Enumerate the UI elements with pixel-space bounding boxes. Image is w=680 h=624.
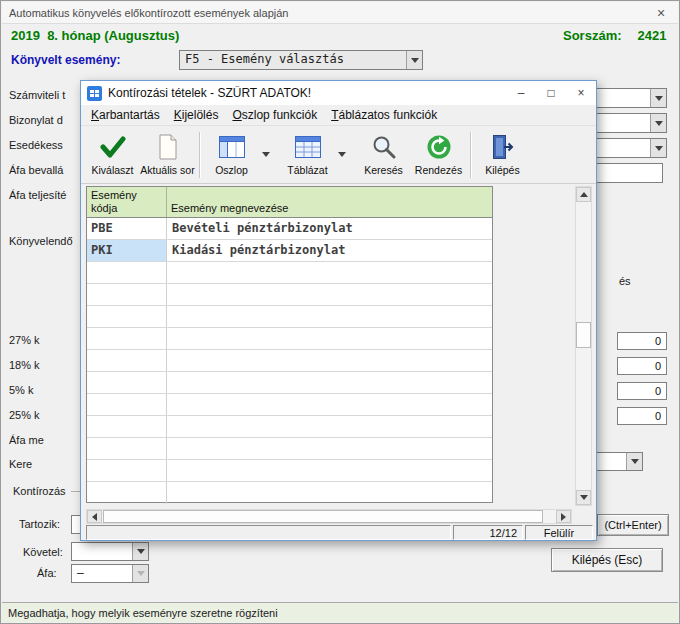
scroll-down-button[interactable]	[576, 490, 591, 505]
table-row[interactable]: PBE Bevételi pénztárbizonylat	[87, 218, 492, 240]
dialog-close-button[interactable]: ×	[566, 81, 596, 105]
toolbar-kivalaszt-button[interactable]: Kiválaszt	[85, 128, 140, 182]
chevron-down-icon	[338, 152, 346, 157]
chevron-left-icon	[92, 513, 97, 521]
toolbar-kilepes-button[interactable]: Kilépés	[475, 128, 530, 182]
event-code-cell	[87, 306, 167, 327]
event-name-cell	[167, 438, 492, 459]
scrollbar-thumb[interactable]	[576, 322, 591, 348]
form-label: Kere	[9, 458, 32, 470]
dropdown-button[interactable]	[650, 139, 666, 157]
dropdown-button[interactable]	[132, 543, 148, 560]
table-row-empty[interactable]	[87, 328, 492, 350]
vertical-scrollbar[interactable]	[575, 186, 592, 506]
table-row-empty[interactable]	[87, 394, 492, 416]
event-code-cell	[87, 372, 167, 393]
horizontal-scrollbar[interactable]	[86, 509, 572, 524]
header-event-name: Esemény megnevezése	[167, 187, 492, 217]
event-code-cell	[87, 416, 167, 437]
dialog-toolbar: Kiválaszt Aktuális sor Oszlop Táblázat	[81, 126, 596, 184]
header-line: kódja	[91, 202, 166, 215]
form-label: Könyvelendő	[9, 235, 73, 247]
table-row-empty[interactable]	[87, 350, 492, 372]
event-name-cell	[167, 328, 492, 349]
scrollbar-thumb[interactable]	[103, 510, 543, 523]
booked-event-combobox[interactable]: F5 - Esemény választás	[179, 50, 423, 70]
scroll-up-button[interactable]	[576, 187, 591, 202]
chevron-down-icon	[655, 121, 663, 126]
table-row-empty[interactable]	[87, 306, 492, 328]
oszlop-dropdown-button[interactable]	[259, 128, 272, 182]
table-row-empty[interactable]	[87, 482, 492, 504]
serial-label: Sorszám:	[563, 28, 622, 43]
chevron-up-icon	[580, 192, 588, 197]
chevron-right-icon	[561, 513, 566, 521]
tablazat-dropdown-button[interactable]	[335, 128, 348, 182]
table-row-empty[interactable]	[87, 416, 492, 438]
event-code-cell	[87, 328, 167, 349]
record-position: 12/12	[453, 525, 523, 540]
scroll-left-button[interactable]	[87, 510, 102, 523]
kovetel-combobox[interactable]	[71, 542, 149, 561]
booked-event-label: Könyvelt esemény:	[11, 53, 120, 67]
record-button[interactable]: (Ctrl+Enter)	[597, 514, 669, 536]
amount-field[interactable]: 0	[617, 357, 667, 375]
table-header: Esemény kódja Esemény megnevezése	[87, 187, 492, 218]
column-grid-icon	[219, 133, 245, 161]
toolbar-aktualis-sor-button[interactable]: Aktuális sor	[140, 128, 195, 182]
booked-event-dropdown-button[interactable]	[406, 51, 422, 69]
menu-item-oszlop-funkciok[interactable]: Oszlop funkciók	[225, 106, 324, 124]
chevron-down-icon	[655, 146, 663, 151]
toolbar-label: Kiválaszt	[91, 164, 133, 176]
toolbar-label: Rendezés	[415, 164, 462, 176]
form-label: Áfa teljesíté	[9, 189, 66, 201]
chevron-down-icon	[137, 549, 145, 554]
menu-item-tablazatos-funkciok[interactable]: Táblázatos funkciók	[324, 106, 444, 124]
overwrite-mode: Felülír	[525, 525, 593, 540]
table-row[interactable]: PKI Kiadási pénztárbizonylat	[87, 240, 492, 262]
main-close-button[interactable]: ×	[644, 2, 678, 24]
menu-item-karbantartas[interactable]: Karbantartás	[84, 106, 167, 124]
minimize-icon: –	[518, 86, 525, 100]
header-line: Esemény megnevezése	[171, 202, 288, 214]
exit-button[interactable]: Kilépés (Esc)	[551, 548, 663, 572]
refresh-icon	[426, 133, 452, 161]
dialog-window: Kontírozási tételek - SZŰRT ADATOK! – □ …	[80, 80, 597, 541]
table-row-empty[interactable]	[87, 372, 492, 394]
dropdown-button[interactable]	[650, 114, 666, 132]
maximize-button[interactable]: □	[536, 81, 566, 105]
toolbar-tablazat-button[interactable]: Táblázat	[280, 128, 335, 182]
chevron-down-icon	[655, 96, 663, 101]
event-code-cell	[87, 262, 167, 283]
event-code-cell: PBE	[87, 218, 167, 239]
scroll-right-button[interactable]	[556, 510, 571, 523]
dropdown-button[interactable]	[626, 453, 642, 470]
toolbar-divider	[470, 132, 471, 178]
event-code-cell	[87, 284, 167, 305]
table-row-empty[interactable]	[87, 460, 492, 482]
header-event-code: Esemény kódja	[87, 187, 167, 217]
amount-field[interactable]: 0	[617, 407, 667, 425]
close-icon: ×	[657, 5, 665, 21]
amount-field[interactable]: 0	[617, 332, 667, 350]
toolbar-kereses-button[interactable]: Keresés	[356, 128, 411, 182]
dialog-menubar: Karbantartás Kijelölés Oszlop funkciók T…	[81, 105, 596, 126]
table-row-empty[interactable]	[87, 284, 492, 306]
tartozik-label: Tartozik:	[19, 518, 60, 530]
dropdown-button[interactable]	[650, 89, 666, 107]
afa-value: –	[72, 565, 132, 582]
form-label: Esedékess	[9, 139, 63, 151]
event-name-cell	[167, 372, 492, 393]
chevron-down-icon	[580, 495, 588, 500]
afa-combobox[interactable]: –	[71, 564, 149, 583]
chevron-down-icon	[631, 459, 639, 464]
toolbar-label: Oszlop	[215, 164, 248, 176]
toolbar-oszlop-button[interactable]: Oszlop	[204, 128, 259, 182]
menu-item-kijeloles[interactable]: Kijelölés	[167, 106, 226, 124]
minimize-button[interactable]: –	[506, 81, 536, 105]
toolbar-rendezes-button[interactable]: Rendezés	[411, 128, 466, 182]
chevron-down-icon	[137, 571, 145, 576]
table-row-empty[interactable]	[87, 438, 492, 460]
table-row-empty[interactable]	[87, 262, 492, 284]
amount-field[interactable]: 0	[617, 382, 667, 400]
